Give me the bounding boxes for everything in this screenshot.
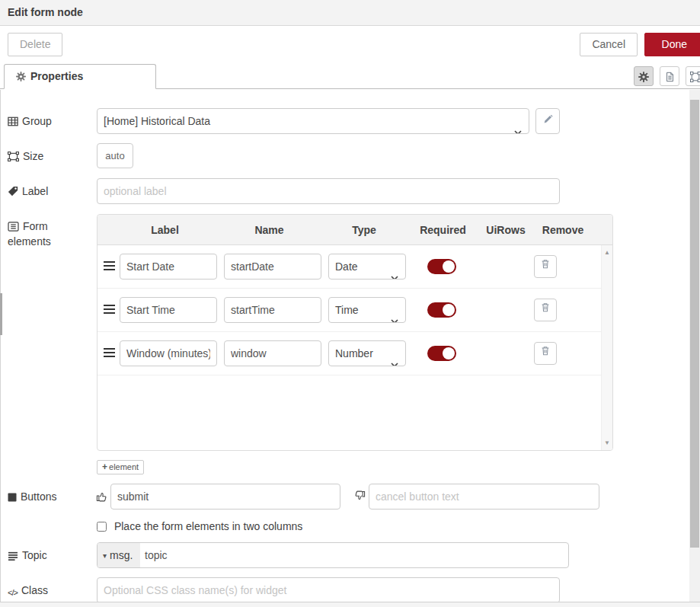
tab-properties-label: Properties <box>30 70 83 82</box>
table-grid-icon <box>8 117 18 126</box>
chevron-down-icon <box>391 308 398 323</box>
size-button[interactable]: auto <box>97 143 133 168</box>
element-name-input[interactable] <box>224 254 321 280</box>
column-header-uirows: UiRows <box>479 215 532 244</box>
two-columns-checkbox[interactable] <box>97 522 107 532</box>
cancel-button[interactable]: Cancel <box>580 33 638 56</box>
column-header-remove: Remove <box>532 215 593 244</box>
label-field-label: Label <box>8 178 91 204</box>
form-elements-table-header: Label Name Type Required UiRows Remove <box>97 215 612 245</box>
main-scrollbar[interactable] <box>689 90 700 602</box>
gear-icon <box>16 72 26 84</box>
column-header-required: Required <box>407 215 479 244</box>
document-icon <box>665 70 675 82</box>
chevron-down-icon <box>391 352 398 366</box>
add-element-button[interactable]: +element <box>97 460 144 474</box>
group-field-label: Group <box>8 108 91 134</box>
main-scrollbar-thumb[interactable] <box>690 100 699 548</box>
list-alt-icon <box>8 222 19 232</box>
delete-button[interactable]: Delete <box>8 33 62 56</box>
bars-icon <box>8 551 18 561</box>
dialog-footer-edge <box>0 602 700 607</box>
two-columns-label: Place the form elements in two columns <box>114 520 302 532</box>
gear-icon <box>638 70 649 82</box>
left-scrollbar-thumb[interactable] <box>0 293 2 335</box>
thumbs-down-icon <box>354 490 366 504</box>
element-label-input[interactable] <box>120 297 217 323</box>
column-header-label: Label <box>113 215 217 244</box>
dialog-left-edge <box>0 90 1 602</box>
required-toggle[interactable] <box>427 302 456 318</box>
remove-element-button[interactable] <box>534 342 557 365</box>
code-icon: </> <box>8 588 18 597</box>
plus-icon: + <box>102 462 107 472</box>
drag-handle-icon[interactable] <box>104 305 115 316</box>
column-header-name: Name <box>217 215 321 244</box>
description-toolbar-button[interactable] <box>660 66 679 86</box>
chevron-down-icon <box>514 120 522 134</box>
label-input[interactable] <box>97 178 560 204</box>
remove-element-button[interactable] <box>534 255 557 278</box>
trash-icon <box>540 303 551 315</box>
two-columns-row: Place the form elements in two columns <box>97 520 302 532</box>
thumbs-up-icon <box>96 490 107 504</box>
trash-icon <box>540 260 551 272</box>
trash-icon <box>540 347 551 359</box>
topic-type-dropdown[interactable]: ▾msg. <box>97 543 140 567</box>
tab-bar: Properties <box>0 64 700 89</box>
topic-input[interactable]: ▾msg. topic <box>97 542 569 568</box>
properties-toolbar-button[interactable] <box>634 66 654 86</box>
appearance-icon <box>690 70 700 82</box>
drag-handle-icon[interactable] <box>104 261 115 273</box>
element-type-select[interactable]: Number <box>328 340 406 366</box>
remove-element-button[interactable] <box>534 299 557 321</box>
topic-value[interactable]: topic <box>145 543 168 567</box>
css-class-input[interactable] <box>97 577 560 603</box>
form-elements-table: Label Name Type Required UiRows Remove D… <box>97 214 613 451</box>
dialog-button-bar: Delete Cancel Done <box>0 27 700 64</box>
done-button[interactable]: Done <box>644 33 700 56</box>
appearance-toolbar-button[interactable] <box>686 66 700 86</box>
element-type-select[interactable]: Time <box>328 297 406 323</box>
pencil-icon <box>543 114 553 126</box>
edit-group-button[interactable] <box>535 108 560 134</box>
chevron-down-icon <box>391 265 398 280</box>
tab-properties[interactable]: Properties <box>4 64 156 89</box>
tag-icon <box>8 186 18 196</box>
table-scrollbar[interactable]: ▲ ▼ <box>601 245 612 450</box>
scroll-down-icon[interactable]: ▼ <box>602 439 612 446</box>
dialog-title: Edit form node <box>0 0 700 26</box>
form-element-row: Number <box>97 332 612 375</box>
size-field-label: Size <box>8 143 91 169</box>
required-toggle[interactable] <box>427 259 456 274</box>
topic-field-label: Topic <box>8 542 91 568</box>
buttons-field-label: Buttons <box>8 484 91 510</box>
cancel-button-text-input[interactable] <box>369 484 599 510</box>
form-elements-field-label: Form elements <box>8 219 72 249</box>
form-elements-table-body: Date Time <box>97 245 612 450</box>
drag-handle-icon[interactable] <box>104 348 115 359</box>
form-element-row: Time <box>97 289 612 332</box>
form-element-row: Date <box>97 245 612 289</box>
group-select[interactable]: [Home] Historical Data <box>97 108 529 134</box>
column-header-type: Type <box>321 215 407 244</box>
square-icon <box>8 493 17 502</box>
element-name-input[interactable] <box>224 297 321 323</box>
element-label-input[interactable] <box>120 340 217 366</box>
dropdown-triangle-icon: ▾ <box>103 551 107 560</box>
element-name-input[interactable] <box>224 340 321 366</box>
submit-button-text-input[interactable] <box>110 484 340 510</box>
scroll-up-icon[interactable]: ▲ <box>602 249 612 256</box>
element-type-select[interactable]: Date <box>328 254 406 280</box>
object-group-icon <box>8 152 19 161</box>
required-toggle[interactable] <box>427 346 456 361</box>
element-label-input[interactable] <box>120 254 217 280</box>
